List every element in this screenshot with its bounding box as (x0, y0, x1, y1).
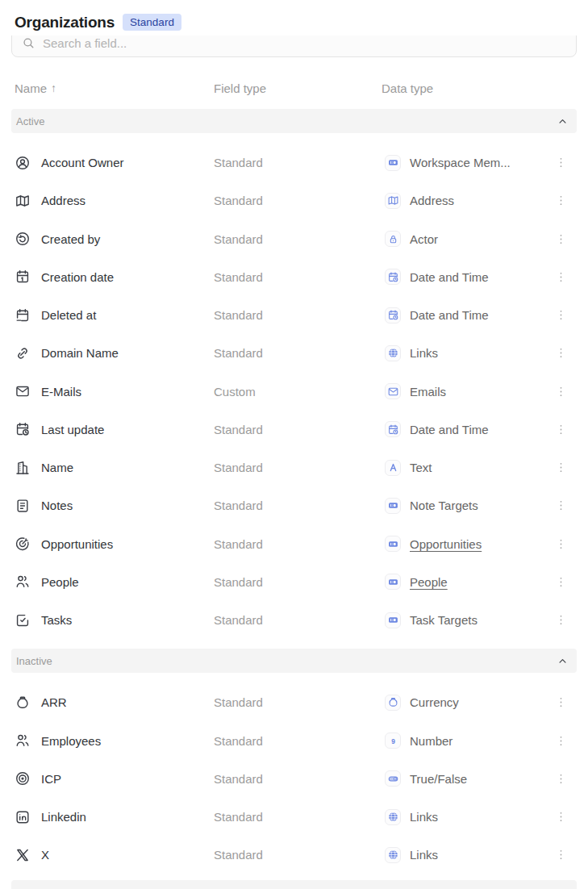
row-options-dots-icon[interactable] (551, 419, 570, 439)
field-name-label: E-Mails (41, 385, 81, 399)
row-menu-cell (544, 191, 577, 211)
data-type-cell: Emails (378, 383, 544, 399)
search-input[interactable] (43, 36, 566, 50)
data-type-label: Address (410, 194, 454, 207)
row-options-dots-icon[interactable] (551, 534, 570, 553)
field-name-cell: Name (11, 460, 211, 476)
field-type-cell: Standard (211, 308, 378, 322)
row-menu-cell (544, 229, 577, 248)
row-options-dots-icon[interactable] (551, 458, 570, 478)
field-row-address[interactable]: Address Standard Address (11, 182, 577, 219)
field-row-icp[interactable]: ICP Standard True/False (11, 760, 577, 798)
row-menu-cell (544, 153, 577, 173)
data-type-cell: Date and Time (378, 307, 544, 323)
target-icon (15, 770, 31, 787)
field-name-cell: E-Mails (11, 383, 211, 399)
notes-icon (15, 498, 31, 514)
section-header-partial[interactable] (11, 880, 577, 889)
calendar-minus-icon (15, 307, 31, 323)
search-box (11, 35, 577, 57)
row-options-dots-icon[interactable] (551, 229, 570, 248)
data-type-cell: Task Targets (378, 612, 544, 628)
section-header-inactive[interactable]: Inactive (11, 649, 577, 673)
data-type-cell: 9 Number (378, 732, 544, 749)
data-type-label: Links (410, 848, 438, 862)
field-row-people[interactable]: People Standard People (11, 563, 577, 601)
field-type-label: Standard (214, 270, 263, 284)
field-name-cell: Account Owner (11, 155, 211, 171)
row-options-dots-icon[interactable] (551, 611, 570, 630)
field-row-e-mails[interactable]: E-Mails Custom Emails (11, 373, 577, 411)
data-type-label[interactable]: Opportunities (410, 537, 482, 551)
field-row-x[interactable]: X Standard Links (11, 836, 577, 874)
relation-icon (387, 157, 399, 169)
data-type-label[interactable]: People (410, 575, 448, 589)
row-options-dots-icon[interactable] (551, 382, 570, 401)
row-options-dots-icon[interactable] (551, 191, 570, 211)
data-type-label: Date and Time (410, 423, 489, 436)
field-row-arr[interactable]: ARR Standard Currency (11, 683, 577, 721)
row-options-dots-icon[interactable] (551, 731, 570, 750)
field-row-employees[interactable]: Employees Standard 9 Number (11, 722, 577, 760)
row-options-dots-icon[interactable] (551, 496, 570, 515)
row-options-dots-icon[interactable] (551, 306, 570, 325)
field-type-label: Standard (214, 848, 263, 862)
data-type-cell: Date and Time (378, 269, 544, 285)
field-type-cell: Standard (211, 537, 378, 551)
field-name-label: Creation date (41, 270, 114, 284)
field-row-creation-date[interactable]: Creation date Standard Date and Time (11, 258, 577, 296)
row-menu-cell (544, 496, 577, 515)
field-type-label: Standard (214, 461, 263, 474)
data-type-label: Links (410, 810, 438, 824)
data-type-chip (385, 383, 401, 399)
row-menu-cell (544, 344, 577, 363)
field-type-cell: Standard (211, 734, 378, 748)
chevron-up-icon[interactable] (557, 655, 569, 667)
row-options-dots-icon[interactable] (551, 267, 570, 286)
field-row-linkedin[interactable]: Linkedin Standard Links (11, 798, 577, 836)
field-row-tasks[interactable]: Tasks Standard Task Targets (11, 601, 577, 639)
row-options-dots-icon[interactable] (551, 572, 570, 591)
brand-x-icon (15, 847, 31, 863)
field-type-cell: Standard (211, 772, 378, 786)
field-type-label: Standard (214, 194, 263, 207)
chevron-up-icon[interactable] (557, 115, 569, 127)
field-type-label: Standard (214, 772, 263, 786)
row-options-dots-icon[interactable] (551, 808, 570, 827)
data-type-chip (385, 421, 401, 437)
field-row-opportunities[interactable]: Opportunities Standard Opportunities (11, 525, 577, 563)
data-type-cell: Date and Time (378, 421, 544, 437)
relation-icon (387, 576, 399, 588)
field-type-cell: Standard (211, 346, 378, 360)
field-row-account-owner[interactable]: Account Owner Standard Workspace Mem... (11, 144, 577, 182)
field-row-notes[interactable]: Notes Standard Note Targets (11, 486, 577, 524)
globe-icon (387, 347, 399, 359)
data-type-cell: Currency (378, 695, 544, 711)
row-options-dots-icon[interactable] (551, 693, 570, 712)
letter-a-icon (387, 461, 399, 474)
section-header-active[interactable]: Active (11, 109, 577, 133)
row-menu-cell (544, 769, 577, 788)
data-type-label: Date and Time (410, 308, 489, 322)
field-name-cell: Creation date (11, 269, 211, 285)
field-name-cell: Deleted at (11, 307, 211, 323)
row-menu-cell (544, 731, 577, 750)
row-options-dots-icon[interactable] (551, 769, 570, 788)
column-header-data-type: Data type (378, 81, 544, 95)
row-menu-cell (544, 611, 577, 630)
field-row-deleted-at[interactable]: Deleted at Standard Date and Time (11, 296, 577, 334)
data-type-cell: Links (378, 809, 544, 825)
field-row-name[interactable]: Name Standard Text (11, 449, 577, 486)
moneybag-icon (387, 696, 399, 708)
row-menu-cell (544, 382, 577, 401)
column-header-name[interactable]: Name ↑ (11, 81, 211, 95)
sort-ascending-icon: ↑ (51, 81, 56, 94)
row-options-dots-icon[interactable] (551, 153, 570, 173)
data-type-chip (385, 574, 401, 590)
row-menu-cell (544, 534, 577, 553)
field-row-last-update[interactable]: Last update Standard Date and Time (11, 411, 577, 449)
field-row-domain-name[interactable]: Domain Name Standard Links (11, 334, 577, 372)
field-row-created-by[interactable]: Created by Standard Actor (11, 220, 577, 258)
row-options-dots-icon[interactable] (551, 344, 570, 363)
row-options-dots-icon[interactable] (551, 845, 570, 865)
